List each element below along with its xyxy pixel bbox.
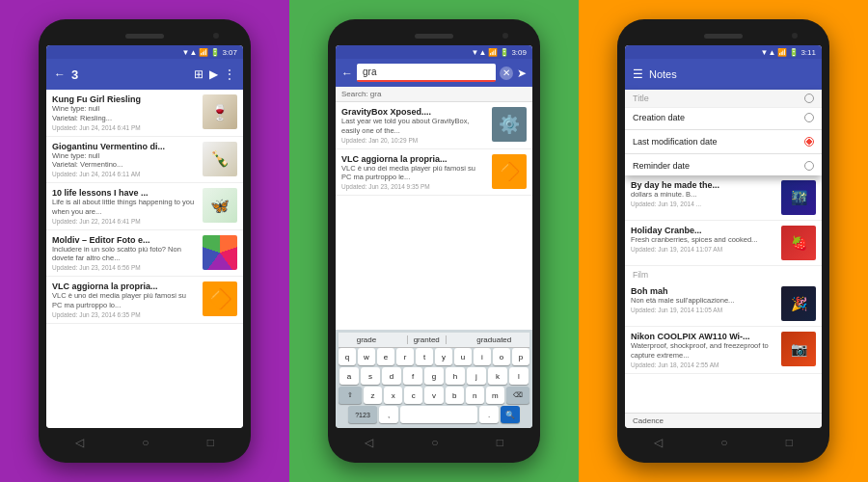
key-f[interactable]: f — [403, 367, 422, 385]
key-r[interactable]: r — [396, 348, 414, 365]
key-w[interactable]: w — [358, 348, 375, 365]
screen-right: ▼▲ 📶 🔋 3:11 ☰ Notes Title Creatio — [625, 45, 822, 428]
list-item[interactable]: GravityBox Xposed.... Last year we told … — [336, 102, 532, 149]
key-g[interactable]: g — [424, 367, 444, 385]
lastmod-radio[interactable] — [804, 137, 814, 147]
list-item[interactable]: Giogantinu Vermentino di... Wine type: n… — [46, 137, 243, 184]
key-t[interactable]: t — [416, 348, 433, 365]
more-icon[interactable]: ⋮ — [224, 67, 235, 81]
key-e[interactable]: e — [377, 348, 394, 365]
key-s[interactable]: s — [361, 367, 380, 385]
key-n[interactable]: n — [466, 387, 484, 404]
grid-icon[interactable]: ⊞ — [194, 67, 203, 81]
key-q[interactable]: q — [339, 348, 356, 365]
list-item[interactable]: Nikon COOLPIX AW110 Wi-... Waterproof, s… — [625, 327, 822, 374]
menu-button-right[interactable]: ☰ — [633, 67, 643, 81]
sort-last-mod[interactable]: Last modification date — [625, 132, 822, 151]
note-body: Life is all about little things happenin… — [52, 198, 198, 217]
bg-center: ▼▲ 📶 🔋 3:09 ← gra ✕ ➤ Search: gra — [289, 0, 579, 482]
back-nav-icon-r[interactable]: ◁ — [654, 436, 663, 449]
numbers-key[interactable]: ?123 — [348, 406, 377, 423]
autocomplete-granted[interactable]: granted — [407, 335, 447, 344]
period-key[interactable]: . — [479, 406, 499, 423]
key-i[interactable]: i — [474, 348, 491, 365]
key-c[interactable]: c — [404, 387, 422, 404]
note-title: 10 life lessons I have ... — [52, 188, 198, 198]
key-m[interactable]: m — [486, 387, 504, 404]
note-title: VLC aggiorna la propria... — [341, 154, 487, 164]
note-title: GravityBox Xposed.... — [341, 107, 487, 117]
key-p[interactable]: p — [512, 348, 529, 365]
delete-key[interactable]: ⌫ — [506, 387, 529, 404]
home-nav-icon-r[interactable]: ○ — [720, 436, 727, 449]
key-y[interactable]: y — [435, 348, 452, 365]
signal-icon-c: ▼▲ — [472, 48, 487, 57]
key-u[interactable]: u — [454, 348, 472, 365]
camera-center — [502, 33, 508, 39]
back-button-center[interactable]: ← — [341, 67, 353, 80]
app-title-right: Notes — [649, 68, 814, 80]
bottom-bar-center: ◁ ○ □ — [336, 432, 532, 453]
search-submit-icon[interactable]: ➤ — [517, 67, 527, 80]
key-h[interactable]: h — [446, 367, 465, 385]
sort-reminder[interactable]: Reminder date — [625, 156, 822, 175]
list-item[interactable]: Kung Fu Girl Riesling Wine type: nullVar… — [46, 90, 243, 137]
note-title: Giogantinu Vermentino di... — [52, 142, 198, 151]
space-key[interactable] — [400, 406, 477, 423]
film-category: Film — [625, 266, 822, 281]
back-button-left[interactable]: ← — [54, 67, 66, 81]
key-v[interactable]: v — [424, 387, 443, 404]
app-bar-right: ☰ Notes — [625, 59, 822, 90]
comma-key[interactable]: , — [379, 406, 398, 423]
title-radio[interactable] — [804, 94, 814, 103]
key-a[interactable]: a — [339, 367, 359, 385]
key-o[interactable]: o — [493, 348, 510, 365]
key-k[interactable]: k — [488, 367, 507, 385]
reminder-radio[interactable] — [804, 161, 814, 171]
key-x[interactable]: x — [384, 387, 402, 404]
note-title: VLC aggiorna la propria... — [52, 281, 198, 291]
autocomplete-grade[interactable]: grade — [351, 335, 382, 344]
list-item[interactable]: By day he made the... dollars a minute. … — [625, 175, 822, 221]
home-nav-icon-c[interactable]: ○ — [431, 436, 438, 449]
creation-radio[interactable] — [804, 113, 814, 122]
home-nav-icon[interactable]: ○ — [142, 436, 149, 449]
recents-nav-icon-r[interactable]: □ — [786, 436, 793, 449]
camera-left — [213, 33, 219, 39]
shift-key[interactable]: ⇧ — [339, 387, 362, 404]
cadence-tab[interactable]: Cadence — [633, 416, 664, 425]
search-key[interactable]: 🔍 — [501, 406, 520, 423]
recents-nav-icon-c[interactable]: □ — [497, 436, 503, 449]
list-item[interactable]: VLC aggiorna la propria... VLC è uno dei… — [46, 277, 243, 324]
key-d[interactable]: d — [382, 367, 401, 385]
key-z[interactable]: z — [364, 387, 382, 404]
sort-lastmod-label: Last modification date — [633, 137, 797, 147]
time-left: 3:07 — [222, 48, 237, 57]
note-thumb: 🍾 — [203, 142, 237, 176]
key-l[interactable]: l — [509, 367, 529, 385]
search-input[interactable]: gra — [357, 64, 496, 82]
list-item[interactable]: Moldiv – Editor Foto e... Includere in u… — [46, 230, 243, 278]
clear-search-button[interactable]: ✕ — [500, 67, 513, 80]
list-item[interactable]: Holiday Cranbe... Fresh cranberries, spi… — [625, 221, 822, 266]
sort-header: Title — [625, 90, 822, 108]
note-thumb-party: 🎉 — [781, 286, 816, 321]
screen-left: ▼▲ 📶 🔋 3:07 ← 3 ⊞ ▶ ⋮ Kung Fu Girl Riesl… — [46, 45, 243, 428]
list-item[interactable]: 10 life lessons I have ... Life is all a… — [46, 183, 243, 230]
app-bar-left: ← 3 ⊞ ▶ ⋮ — [46, 59, 243, 90]
sort-creation[interactable]: Creation date — [625, 108, 822, 127]
note-thumb-vlc: 🔶 — [203, 281, 237, 316]
autocomplete-graduated[interactable]: graduated — [471, 335, 517, 344]
play-icon[interactable]: ▶ — [209, 67, 218, 81]
back-nav-icon[interactable]: ◁ — [75, 436, 84, 449]
list-item[interactable]: Boh mah Non età male sull'applicazione..… — [625, 281, 822, 327]
key-b[interactable]: b — [446, 387, 464, 404]
list-item[interactable]: VLC aggiorna la propria... VLC è uno dei… — [336, 149, 532, 197]
status-bar-right: ▼▲ 📶 🔋 3:11 — [625, 45, 822, 59]
note-date: Updated: Jan 20, 10:29 PM — [341, 137, 487, 144]
key-j[interactable]: j — [467, 367, 486, 385]
note-date: Updated: Jun 22, 2014 6:41 PM — [52, 218, 198, 225]
recents-nav-icon[interactable]: □ — [207, 436, 214, 449]
note-title: Kung Fu Girl Riesling — [52, 94, 198, 104]
back-nav-icon-c[interactable]: ◁ — [365, 436, 373, 449]
